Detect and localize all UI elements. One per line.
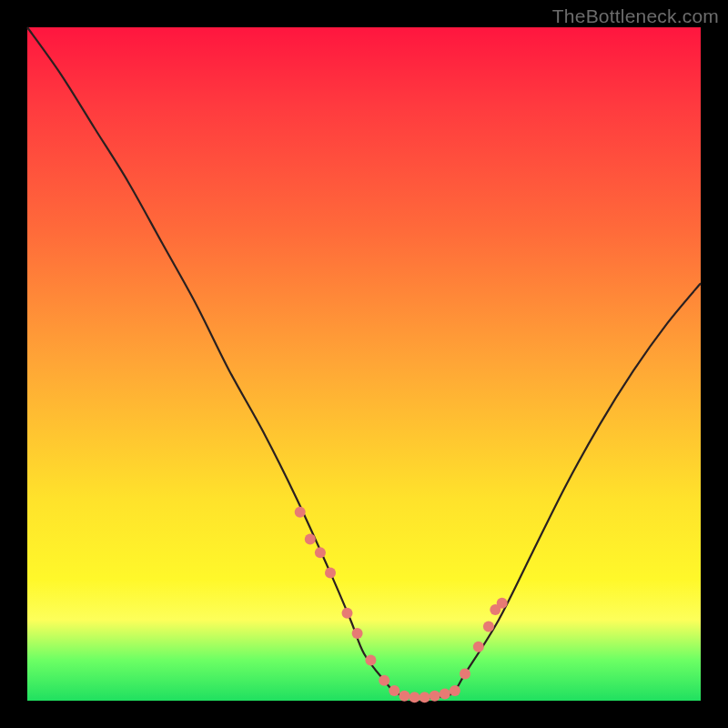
sample-dot: [399, 691, 410, 702]
sample-dot: [430, 691, 440, 702]
sample-dot: [420, 692, 430, 703]
bottleneck-curve-svg: [27, 27, 701, 701]
sample-dot: [342, 608, 353, 619]
chart-frame: TheBottleneck.com: [0, 0, 728, 728]
sample-dot: [315, 547, 326, 558]
sample-dot: [379, 675, 389, 686]
sample-dot: [440, 689, 450, 700]
sample-dot: [365, 655, 376, 666]
sample-dot: [450, 685, 460, 696]
bottleneck-curve-path: [27, 27, 701, 698]
sample-dot: [389, 685, 399, 696]
sample-dot: [325, 567, 336, 578]
plot-area: [27, 27, 701, 701]
watermark-text: TheBottleneck.com: [552, 5, 719, 27]
sample-dot: [295, 507, 306, 518]
sample-dot: [473, 642, 484, 652]
sample-dot: [460, 668, 470, 679]
sample-dot: [483, 622, 494, 632]
sample-dot: [497, 598, 508, 609]
sample-dot: [410, 692, 420, 703]
sample-dot: [352, 628, 363, 639]
sample-dot: [305, 533, 316, 544]
sample-dots-group: [295, 507, 508, 703]
